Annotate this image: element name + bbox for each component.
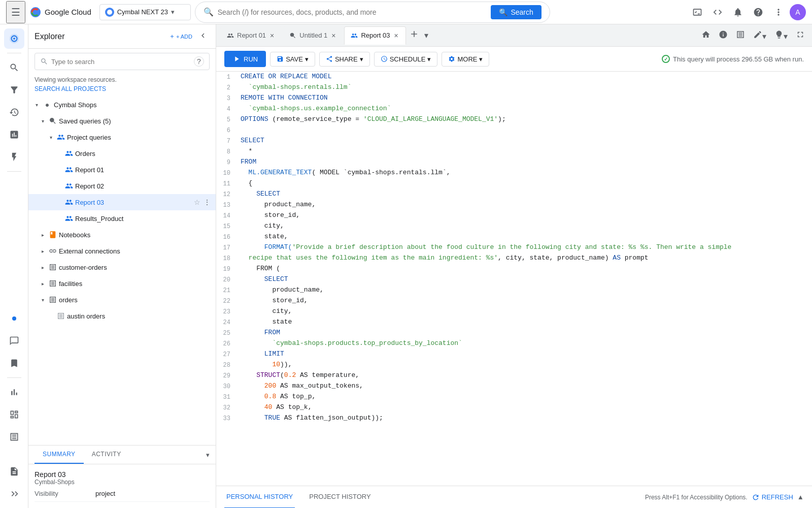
more-icon[interactable]: ⋮ <box>202 132 212 142</box>
bulb-icon[interactable]: ▾ <box>771 28 791 43</box>
search-nav-icon[interactable] <box>4 57 24 78</box>
tree-item-project-queries[interactable]: ▾ Project queries ☆ ⋮ <box>28 129 216 145</box>
more-icon[interactable]: ⋮ <box>202 295 212 305</box>
star-icon[interactable]: ☆ <box>193 116 201 126</box>
fullscreen-icon[interactable] <box>793 28 808 43</box>
star-icon[interactable]: ☆ <box>193 213 201 224</box>
tab-personal-history[interactable]: PERSONAL HISTORY <box>224 486 295 509</box>
file-icon[interactable] <box>4 461 24 482</box>
star-icon[interactable]: ☆ <box>193 230 201 240</box>
expand-history-icon[interactable]: ▲ <box>797 493 804 501</box>
lightning-icon[interactable] <box>4 147 24 167</box>
terminal-icon[interactable] <box>708 3 727 21</box>
star-icon[interactable]: ☆ <box>193 132 201 142</box>
more-icon[interactable]: ⋮ <box>202 181 212 191</box>
save-button[interactable]: SAVE ▾ <box>270 52 315 67</box>
history-icon[interactable] <box>4 102 24 122</box>
more-icon[interactable]: ⋮ <box>202 213 212 224</box>
more-icon[interactable]: ⋮ <box>202 262 212 272</box>
tree-item-cymbal-shops[interactable]: ▾ ● Cymbal Shops ★ ⋮ <box>28 97 216 113</box>
chat-icon[interactable] <box>4 331 24 351</box>
cloud-shell-icon[interactable] <box>688 3 706 21</box>
collapse-bottom-icon[interactable]: ▾ <box>206 451 210 459</box>
search-input[interactable] <box>218 8 487 16</box>
new-tab-button[interactable] <box>407 27 421 44</box>
tab-close-button[interactable]: × <box>330 30 336 41</box>
notification-icon[interactable] <box>729 3 747 21</box>
help-search-icon[interactable]: ? <box>194 56 204 67</box>
star-icon[interactable]: ☆ <box>193 278 201 289</box>
tab-menu-button[interactable]: ▾ <box>422 28 430 42</box>
tree-item-report02[interactable]: ▸ Report 02 ☆ ⋮ <box>28 178 216 194</box>
more-options-icon[interactable] <box>769 3 788 21</box>
more-icon[interactable]: ⋮ <box>202 278 212 289</box>
tab-close-button[interactable]: × <box>269 30 275 41</box>
more-icon[interactable]: ⋮ <box>202 246 212 256</box>
help-icon[interactable] <box>749 3 767 21</box>
line-number: 14 <box>216 210 236 221</box>
more-button[interactable]: MORE ▾ <box>442 52 489 67</box>
more-icon[interactable]: ⋮ <box>202 100 212 110</box>
tree-item-report01[interactable]: ▸ Report 01 ☆ ⋮ <box>28 162 216 178</box>
star-icon[interactable]: ☆ <box>193 295 201 305</box>
more-icon[interactable]: ⋮ <box>202 197 212 207</box>
share-button[interactable]: SHARE ▾ <box>319 52 370 67</box>
table-icon[interactable] <box>4 427 24 447</box>
more-icon[interactable]: ⋮ <box>202 165 212 175</box>
tree-item-saved-queries[interactable]: ▾ Saved queries (5) ☆ ⋮ <box>28 113 216 129</box>
tab-close-button[interactable]: × <box>393 30 399 41</box>
tree-item-notebooks[interactable]: ▸ Notebooks ☆ ⋮ <box>28 227 216 243</box>
tree-item-orders-table[interactable]: ▾ orders ☆ ⋮ <box>28 292 216 308</box>
refresh-button[interactable]: REFRESH <box>752 493 793 501</box>
dot-icon[interactable] <box>4 308 24 329</box>
info-icon[interactable] <box>716 28 731 43</box>
star-icon[interactable]: ☆ <box>193 197 201 207</box>
tree-item-external-connections[interactable]: ▸ External connections ☆ ⋮ <box>28 243 216 259</box>
tab-summary[interactable]: SUMMARY <box>35 446 84 464</box>
search-all-projects-link[interactable]: SEARCH ALL PROJECTS <box>28 85 216 97</box>
tree-item-report03[interactable]: ▸ Report 03 ☆ ⋮ <box>28 194 216 210</box>
bookmark-icon[interactable] <box>4 353 24 373</box>
tree-item-results-product[interactable]: ▸ Results_Product ☆ ⋮ <box>28 210 216 227</box>
analytics-icon[interactable] <box>4 124 24 145</box>
grid-icon[interactable] <box>4 404 24 425</box>
tree-item-facilities[interactable]: ▸ facilities ☆ ⋮ <box>28 275 216 292</box>
tree-item-austin-orders[interactable]: austin orders ☆ ⋮ <box>28 308 216 324</box>
more-icon[interactable]: ⋮ <box>202 230 212 240</box>
code-editor[interactable]: 1CREATE OR REPLACE MODEL2 `cymbal-shops.… <box>216 72 812 486</box>
more-icon[interactable]: ⋮ <box>202 148 212 158</box>
search-bar: 🔍 🔍 Search <box>195 2 550 23</box>
star-icon[interactable]: ☆ <box>193 246 201 256</box>
star-icon[interactable]: ☆ <box>193 148 201 158</box>
project-selector[interactable]: Cymbal NEXT 23 ▾ <box>99 4 191 20</box>
run-button[interactable]: RUN <box>224 51 266 67</box>
explorer-search-input[interactable] <box>51 58 191 66</box>
bar-chart-icon[interactable] <box>4 382 24 402</box>
edit-icon[interactable]: ▾ <box>750 28 769 43</box>
tab-report01[interactable]: Report 01 × <box>220 26 282 45</box>
star-icon[interactable]: ★ <box>193 100 201 110</box>
tree-item-customer-orders[interactable]: ▸ customer-orders ☆ ⋮ <box>28 259 216 275</box>
star-icon[interactable]: ☆ <box>193 181 201 191</box>
add-button[interactable]: + + ADD <box>166 30 196 42</box>
star-icon[interactable]: ☆ <box>193 311 201 321</box>
more-icon[interactable]: ⋮ <box>202 116 212 126</box>
avatar[interactable]: A <box>790 4 806 20</box>
tree-item-orders[interactable]: ▸ Orders ☆ ⋮ <box>28 145 216 162</box>
menu-icon[interactable]: ☰ <box>6 1 25 23</box>
filter-icon[interactable] <box>4 80 24 100</box>
more-icon[interactable]: ⋮ <box>202 311 212 321</box>
schedule-button[interactable]: SCHEDULE ▾ <box>374 52 438 67</box>
star-icon[interactable]: ☆ <box>193 262 201 272</box>
home-icon[interactable] <box>698 28 714 43</box>
star-icon[interactable]: ☆ <box>193 165 201 175</box>
tab-project-history[interactable]: PROJECT HISTORY <box>307 486 373 509</box>
search-button[interactable]: 🔍 Search <box>491 5 541 19</box>
collapse-left-icon[interactable] <box>4 484 24 504</box>
tab-activity[interactable]: ACTIVITY <box>84 446 129 464</box>
tab-untitled1[interactable]: Untitled 1 × <box>283 26 343 45</box>
bigquery-icon[interactable] <box>4 28 24 49</box>
tab-report03[interactable]: Report 03 × <box>344 26 405 45</box>
table-preview-icon[interactable] <box>733 28 748 43</box>
collapse-panel-icon[interactable] <box>196 29 210 44</box>
